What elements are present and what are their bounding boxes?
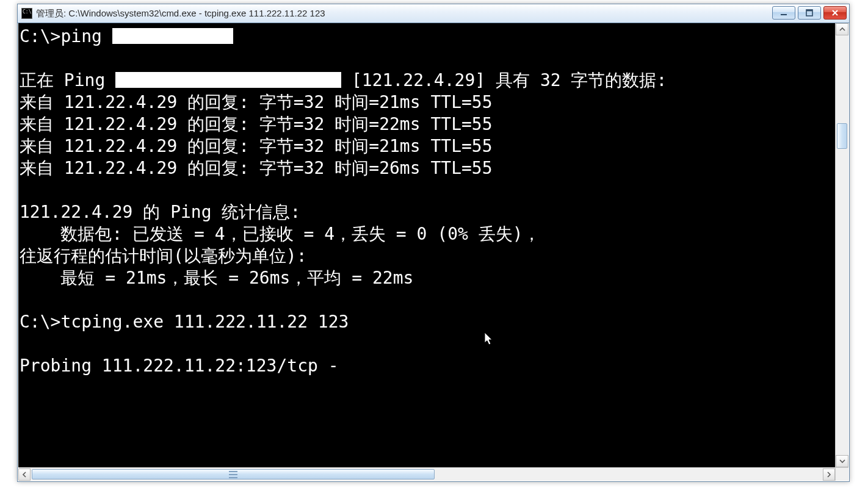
redacted-hostname-1	[112, 28, 233, 44]
thumb-grip-icon	[229, 471, 237, 478]
packets-line: 数据包: 已发送 = 4，已接收 = 4，丢失 = 0 (0% 丢失)，	[20, 224, 540, 244]
rtt-values: 最短 = 21ms，最长 = 26ms，平均 = 22ms	[20, 268, 413, 288]
maximize-button[interactable]	[798, 6, 821, 20]
vertical-scrollbar[interactable]	[835, 23, 848, 467]
horizontal-scrollbar[interactable]	[18, 467, 835, 481]
horizontal-scroll-track[interactable]	[31, 468, 823, 480]
console-viewport[interactable]: C:\>ping 正在 Ping [121.22.4.29] 具有 32 字节的…	[18, 23, 835, 467]
scroll-up-button[interactable]	[836, 23, 848, 35]
minimize-button[interactable]	[772, 6, 795, 20]
pinging-prefix: 正在 Ping	[20, 70, 115, 90]
console-output: C:\>ping 正在 Ping [121.22.4.29] 具有 32 字节的…	[18, 23, 835, 379]
probing-line: Probing 111.222.11.22:123/tcp -	[20, 356, 339, 376]
redacted-hostname-2	[115, 72, 341, 88]
maximize-icon	[806, 9, 813, 16]
scroll-left-button[interactable]	[18, 468, 31, 481]
reply-line-4: 来自 121.22.4.29 的回复: 字节=32 时间=26ms TTL=55	[20, 158, 493, 178]
cmd-window: 管理员: C:\Windows\system32\cmd.exe - tcpin…	[17, 4, 850, 482]
scroll-right-button[interactable]	[823, 468, 835, 481]
cmd-icon	[21, 8, 32, 19]
chevron-left-icon	[21, 472, 27, 478]
rtt-header: 往返行程的估计时间(以毫秒为单位):	[20, 246, 307, 266]
reply-line-1: 来自 121.22.4.29 的回复: 字节=32 时间=21ms TTL=55	[20, 92, 493, 112]
titlebar[interactable]: 管理员: C:\Windows\system32\cmd.exe - tcpin…	[18, 4, 849, 23]
close-icon	[831, 9, 839, 16]
vertical-scroll-track[interactable]	[836, 35, 848, 455]
svg-rect-0	[781, 14, 787, 15]
svg-rect-2	[806, 10, 812, 12]
chevron-up-icon	[839, 26, 845, 32]
close-button[interactable]	[823, 6, 847, 20]
chevron-down-icon	[839, 458, 845, 464]
scroll-corner	[835, 467, 848, 481]
prompt-line-1: C:\>ping	[20, 26, 112, 46]
prompt-line-2: C:\>tcping.exe 111.222.11.22 123	[20, 312, 349, 332]
client-area: C:\>ping 正在 Ping [121.22.4.29] 具有 32 字节的…	[18, 23, 848, 481]
minimize-icon	[780, 9, 787, 16]
scroll-down-button[interactable]	[836, 455, 848, 467]
window-controls	[772, 6, 847, 20]
reply-line-3: 来自 121.22.4.29 的回复: 字节=32 时间=21ms TTL=55	[20, 136, 493, 156]
window-title: 管理员: C:\Windows\system32\cmd.exe - tcpin…	[36, 8, 325, 20]
stats-header: 121.22.4.29 的 Ping 统计信息:	[20, 202, 300, 222]
chevron-right-icon	[826, 472, 832, 478]
horizontal-scroll-thumb[interactable]	[32, 469, 435, 479]
pinging-suffix: [121.22.4.29] 具有 32 字节的数据:	[341, 70, 667, 90]
vertical-scroll-thumb[interactable]	[837, 123, 847, 149]
reply-line-2: 来自 121.22.4.29 的回复: 字节=32 时间=22ms TTL=55	[20, 114, 493, 134]
